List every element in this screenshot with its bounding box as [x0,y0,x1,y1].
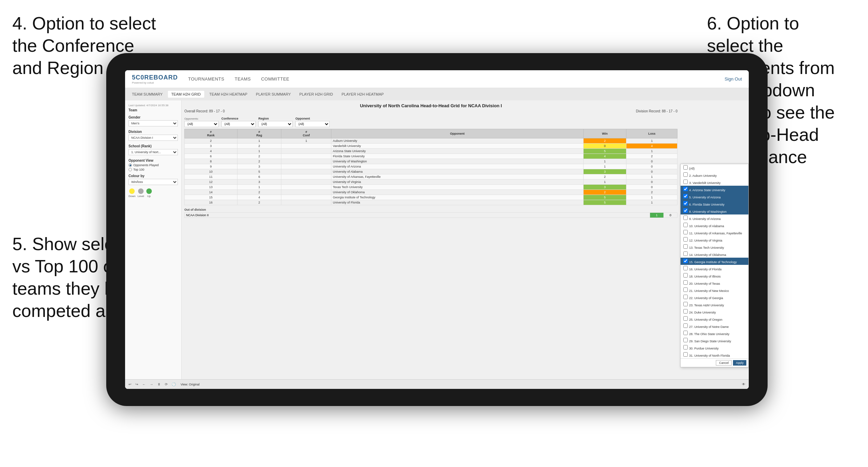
opponent-dropdown[interactable]: (All)2. Auburn University3. Vanderbilt U… [680,164,749,367]
dropdown-item[interactable]: 23. Texas A&M University [681,301,748,308]
out-div-label: Out of division [184,208,677,211]
undo-btn[interactable]: ↩ [127,382,133,387]
dropdown-item[interactable]: 31. University of North Florida [681,351,748,358]
refresh-btn[interactable]: ⟳ [163,382,169,387]
col-win: Win [583,129,626,138]
cell-rag: 2 [237,154,281,159]
legend-up: Up [146,188,152,198]
dropdown-item[interactable]: 6. Florida State University [681,200,748,207]
sidebar-opponent-view: Opponent View Opponents Played Top 100 [129,159,178,171]
filter-opponents-select[interactable]: (All) [184,121,219,127]
dropdown-item[interactable]: 20. University of Texas [681,279,748,286]
dropdown-item[interactable]: 3. Vanderbilt University [681,179,748,186]
radio-dot-opponents [129,163,132,167]
sidebar-division-select[interactable]: NCAA Division I [129,135,178,141]
dropdown-item[interactable]: 14. University of Oklahoma [681,250,748,258]
sidebar-colour-select[interactable]: Win/loss [129,179,178,185]
cell-conf [281,149,331,154]
logo-area: 5C0REBOARD Powered by colud [132,74,178,84]
filter-conference-select[interactable]: (All) [221,121,256,127]
radio-top100[interactable]: Top 100 [129,168,178,171]
cell-rank: 6 [185,154,237,159]
sidebar-school-select[interactable]: 1. University of Nort... [129,149,178,155]
dropdown-item[interactable]: 25. University of Oregon [681,315,748,322]
cell-loss: 2 [626,190,677,195]
table-row: 12 3 University of Virginia 1 0 [185,180,677,185]
out-div-win: 1 [650,213,664,218]
col-rag: #Rag [237,129,281,138]
legend-label-down: Down [129,195,135,198]
redo-btn[interactable]: ↪ [134,382,139,387]
cell-opponent: Florida State University [331,154,583,159]
dropdown-item[interactable]: 15. Georgia Institute of Technology [681,258,748,265]
sub-nav-team-summary[interactable]: TEAM SUMMARY [129,91,166,98]
cell-win: 4 [583,154,626,159]
dropdown-item[interactable]: 2. Auburn University [681,171,748,179]
filter-region-select[interactable]: (All) [258,121,293,127]
table-row: 11 6 University of Arkansas, Fayettevill… [185,174,677,180]
sub-nav-player-summary[interactable]: PLAYER SUMMARY [253,91,294,98]
dropdown-item[interactable]: 5. University of Arizona [681,193,748,200]
legend-dot-level [138,188,144,194]
dropdown-item[interactable]: 9. University of Arizona [681,214,748,222]
clock-btn[interactable]: 🕐 [170,382,177,387]
dropdown-item[interactable]: 28. The Ohio State University [681,330,748,337]
dropdown-item[interactable]: 27. University of Notre Dame [681,322,748,330]
eye-btn[interactable]: 👁 [741,382,747,387]
dropdown-item[interactable]: 13. Texas Tech University [681,243,748,250]
filter-opponent-select[interactable]: (All) [295,121,330,127]
sub-nav-h2h-grid[interactable]: TEAM H2H GRID [168,91,204,98]
forward-btn[interactable]: → [148,382,155,387]
cell-conf [281,190,331,195]
cell-conf [281,169,331,174]
cell-loss: 1 [626,138,677,144]
dashboard-wrapper: Last Updated: 4/7/2024 16:55:38 Team Gen… [125,100,749,379]
sub-nav-player-h2h-heatmap[interactable]: PLAYER H2H HEATMAP [338,91,387,98]
radio-opponents-played[interactable]: Opponents Played [129,163,178,167]
cell-opponent: University of Virginia [331,180,583,185]
sub-nav-player-h2h-grid[interactable]: PLAYER H2H GRID [296,91,337,98]
dropdown-item[interactable]: 18. University of Illinois [681,272,748,279]
cell-opponent: University of Arkansas, Fayetteville [331,174,583,180]
cell-rank: 12 [185,180,237,185]
cell-conf [281,164,331,169]
table-row: 16 2 University of Florida 5 1 [185,200,677,205]
cell-rank: 15 [185,195,237,200]
pause-btn[interactable]: ⏸ [156,382,162,387]
dropdown-item[interactable]: 4. Arizona State University [681,186,748,193]
cell-win: 2 [583,138,626,144]
dropdown-item[interactable]: 12. University of Virginia [681,236,748,243]
sidebar-team-section: Team [129,108,178,112]
dropdown-item[interactable]: 24. Duke University [681,308,748,315]
nav-signout[interactable]: Sign Out [724,76,742,82]
dropdown-item[interactable]: 10. University of Alabama [681,222,748,229]
dropdown-item[interactable]: 8. University of Washington [681,207,748,214]
filter-row: Opponents: (All) Conference (All) [184,117,677,127]
table-row: 15 4 Georgia Institute of Technology 5 1 [185,195,677,200]
nav-teams[interactable]: TEAMS [235,76,251,82]
back-btn[interactable]: ← [141,382,147,387]
dropdown-item[interactable]: 29. San Diego State University [681,337,748,344]
cell-win: 5 [583,195,626,200]
sub-nav-team-h2h-heatmap[interactable]: TEAM H2H HEATMAP [206,91,251,98]
cell-loss: 4 [626,144,677,149]
grid-header: University of North Carolina Head-to-Hea… [184,103,677,115]
sidebar-gender-select[interactable]: Men's [129,120,178,126]
nav-tournaments[interactable]: TOURNAMENTS [188,76,224,82]
cell-rank: 4 [185,149,237,154]
filter-opponent-label: Opponent [295,117,330,120]
apply-button[interactable]: Apply [733,360,746,366]
out-div-row: NCAA Division II 1 0 [185,213,677,218]
nav-committee[interactable]: COMMITTEE [261,76,290,82]
cancel-button[interactable]: Cancel [716,360,732,366]
dropdown-item[interactable]: 30. Purdue University [681,344,748,351]
cell-rag: 1 [237,185,281,190]
dropdown-item[interactable]: 21. University of New Mexico [681,286,748,294]
out-div-name: NCAA Division II [185,213,650,218]
dropdown-item[interactable]: (All) [681,164,748,171]
dropdown-item[interactable]: 16. University of Florida [681,265,748,272]
dropdown-item[interactable]: 22. University of Georgia [681,294,748,301]
overall-record: Overall Record: 89 - 17 - 0 [184,109,225,113]
dropdown-item[interactable]: 11. University of Arkansas, Fayetteville [681,229,748,236]
sidebar-team-label: Team [129,108,178,112]
